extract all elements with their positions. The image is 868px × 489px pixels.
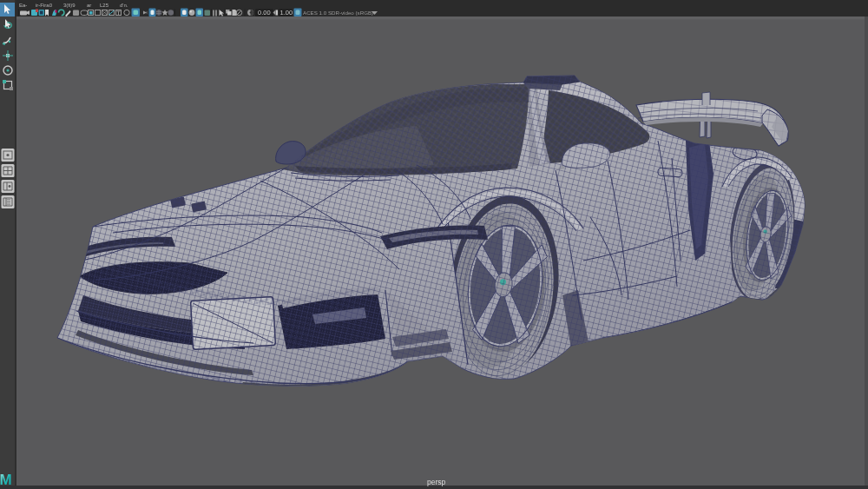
svg-text:d'n.: d'n.: [120, 3, 128, 8]
svg-text:ir-Fira0: ir-Fira0: [36, 3, 53, 8]
svg-text:3(fi)9: 3(fi)9: [63, 3, 76, 8]
svg-text:M: M: [0, 472, 12, 488]
svg-text:ar: ar: [87, 3, 91, 8]
svg-text:Ea-: Ea-: [19, 3, 27, 8]
svg-text:1.00: 1.00: [280, 9, 293, 17]
svg-text:L25: L25: [100, 3, 109, 8]
svg-text:ACES 1.0 SDR-video (sRGB): ACES 1.0 SDR-video (sRGB): [303, 10, 373, 16]
svg-text:0.00: 0.00: [258, 9, 271, 17]
